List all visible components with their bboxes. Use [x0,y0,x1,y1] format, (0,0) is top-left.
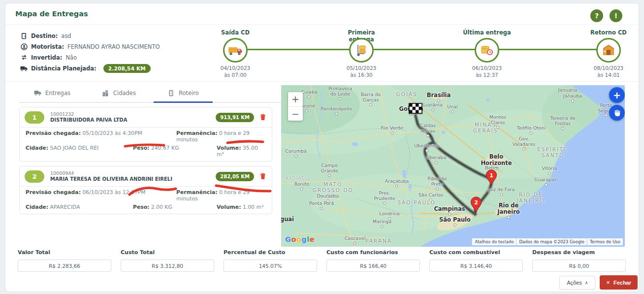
customer-code: 10001232 [50,111,210,117]
alert-button[interactable]: ! [610,9,622,22]
info-label: Motorista: [31,43,64,50]
timeline-step-title: Saída CD [208,29,262,36]
google-logo-letter: g [301,235,307,243]
checkered-flag-icon [409,103,422,115]
google-logo-letter: e [310,235,315,243]
stop-city: Cidade: APARECIDA [26,204,133,210]
tab-item[interactable]: Entregas [34,86,70,102]
stat-field: Percentual de Custo 145.07% [224,249,317,272]
google-logo[interactable]: Google [285,235,315,243]
trash-icon [260,114,266,121]
tab-icon [34,89,41,97]
modal-footer-actions: Ações ∧ × Fechar [559,275,638,290]
truck-icon [34,90,41,96]
stat-field: Valor Total R$ 2.283,66 [18,249,111,272]
delivery-card: 2 10000944 MARIA TERESA DE OLIVEIRA ANDR… [19,166,272,214]
delivery-card: 1 10001232 DISTRIBUIDORA PAIVA LTDA 913,… [19,107,272,162]
tab-label: Roteiro [179,90,199,97]
timeline-step-date: 08/10/2023 às 14:01 [581,65,636,78]
arrival-forecast: Previsão chegada: 06/10/2023 às 12:37PM [26,189,176,202]
zoom-out-button[interactable]: − [288,107,303,121]
close-button[interactable]: × Fechar [600,275,638,290]
timeline-step-title: Primeira entrega [334,29,388,36]
customer-code: 10000944 [50,170,210,176]
info-icon [20,32,28,39]
stat-label: Percentual de Custo [224,249,317,256]
stop-pin-marker[interactable]: 2 [470,196,482,213]
header-actions: ? ! [590,9,622,22]
map-pin-icon: 1 [485,169,497,186]
modal-header: Mapa de Entregas ? ! [5,3,639,25]
map-attribution-link[interactable]: Termos de Uso [587,238,623,245]
timeline-step-date: 06/10/2023 às 12:37 [460,65,514,78]
tab-item[interactable]: Cidades [102,86,136,102]
map-pin-icon: 2 [470,196,482,213]
info-label: Invertida: [31,54,62,61]
stop-weight: Peso: 2.00 KG [133,204,217,210]
timeline-step-circle [223,38,248,63]
stat-value: R$ 3.312,80 [121,260,214,272]
timeline-step-date: 04/10/2023 às 07:00 [208,65,262,78]
handtruck-icon [355,44,368,57]
swap-arrows-icon [21,54,28,61]
map-zoom-control: + − [288,92,303,121]
svg-text:2: 2 [474,199,478,206]
exclamation-icon: ! [614,12,617,20]
route-start-flag-marker[interactable] [409,103,422,117]
leg-distance-badge: 913,91 KM [216,113,254,122]
trip-info-row: Distância Planejada: 2.208,54 KM [20,65,160,72]
info-label: Destino: [31,33,58,39]
delete-stop-button[interactable] [260,113,267,121]
timeline-time: às 14:01 [581,71,636,78]
timeline-step: Retorno CD 08/10/2023 às 14:01 [581,29,636,78]
buildings-icon [102,90,109,97]
road-icon [168,90,174,97]
stat-field: Custo Total R$ 3.312,80 [121,249,214,272]
help-button[interactable]: ? [590,9,603,22]
timeline-step: Saída CD 04/10/2023 às 07:00 [208,29,262,78]
door-icon [21,33,27,39]
close-x-icon: × [606,279,610,286]
question-icon: ? [595,12,599,20]
timeline-step: Primeira entrega 05/10/2023 às 16:30 [334,29,388,78]
stop-weight: Peso: 240.67 KG [133,145,217,158]
tab-item[interactable]: Roteiro [167,86,199,102]
package-clock-icon [481,44,493,57]
map-pan-button[interactable] [609,105,625,121]
stat-label: Custo com funcionários [326,249,420,256]
stat-value: R$ 2.283,66 [18,260,111,272]
section-divider [5,81,639,82]
stop-city: Cidade: SAO JOAO DEL REI [26,145,133,158]
map-canvas[interactable]: Cuiabá Primavera do Leste Barra do Garça… [281,85,625,247]
timeline-step-date: 05/10/2023 às 16:30 [334,65,388,78]
delivery-map-modal: Mapa de Entregas ? ! Destino: asd [5,3,639,292]
customer-info: 10000944 MARIA TERESA DE OLIVEIRA ANDRIN… [50,170,210,182]
info-icon [20,65,28,72]
arrival-forecast: Previsão chegada: 05/10/2023 às 4:30PM [26,130,176,143]
map-attribution-link[interactable]: Atalhos do teclado [472,238,516,245]
timeline-date: 05/10/2023 [334,65,388,71]
driver-icon [21,43,28,50]
actions-button[interactable]: Ações ∧ [559,276,595,290]
stat-value: R$ 166,40 [326,260,420,272]
stat-value: R$ 0,00 [532,260,626,272]
timeline-step-circle [475,38,499,63]
map-add-button[interactable]: + [609,87,625,103]
delete-stop-button[interactable] [260,172,267,180]
stop-pin-marker[interactable]: 1 [485,169,497,186]
trip-info-row: Motorista: FERNANDO AYRAO NASCIMENTO [20,43,160,50]
svg-text:1: 1 [489,172,493,179]
customer-name: DISTRIBUIDORA PAIVA LTDA [50,117,210,124]
stop-volume: Volume: 1.00 m³ [217,204,266,210]
tab-icon [167,89,175,97]
map-attribution-link[interactable]: Dados do mapa ©2023 Google [516,238,586,245]
chevron-up-icon: ∧ [585,280,588,285]
timeline-date: 04/10/2023 [208,65,262,71]
info-icon [20,43,28,50]
zoom-in-button[interactable]: + [288,92,303,107]
left-tabbar: Entregas Cidades Roteiro [19,86,296,103]
map-attribution: Atalhos do tecladoDados do mapa ©2023 Go… [472,238,623,245]
map-terrain [281,85,625,247]
stop-volume: Volume: 35.00 m³ [217,145,266,158]
customer-info: 10001232 DISTRIBUIDORA PAIVA LTDA [50,111,210,123]
